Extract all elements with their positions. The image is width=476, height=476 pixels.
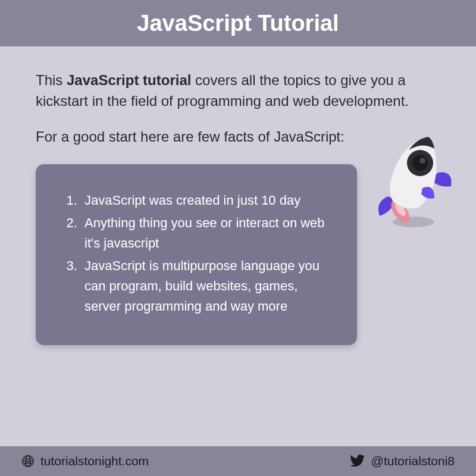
list-item: JavaScript is multipurpose language you … <box>81 256 331 317</box>
intro-bold: JavaScript tutorial <box>67 72 191 88</box>
website-text: tutorialstonight.com <box>40 454 149 468</box>
twitter-icon <box>350 455 365 468</box>
rocket-icon <box>363 124 458 231</box>
facts-list: JavaScript was created in just 10 day An… <box>57 190 331 317</box>
footer-website: tutorialstonight.com <box>21 454 149 468</box>
globe-icon <box>21 455 35 468</box>
intro-prefix: This <box>36 72 67 88</box>
list-item: JavaScript was created in just 10 day <box>81 190 331 211</box>
handle-text: @tutorialstoni8 <box>371 454 455 468</box>
footer-handle: @tutorialstoni8 <box>350 454 455 468</box>
list-item: Anything thing you see or interact on we… <box>81 213 331 253</box>
footer-bar: tutorialstonight.com @tutorialstoni8 <box>0 446 476 476</box>
facts-card: JavaScript was created in just 10 day An… <box>36 164 357 346</box>
svg-point-5 <box>419 158 425 164</box>
svg-point-4 <box>412 155 428 171</box>
header-bar: JavaScript Tutorial <box>0 0 476 46</box>
intro-text: This JavaScript tutorial covers all the … <box>36 70 440 112</box>
page-title: JavaScript Tutorial <box>137 11 339 36</box>
